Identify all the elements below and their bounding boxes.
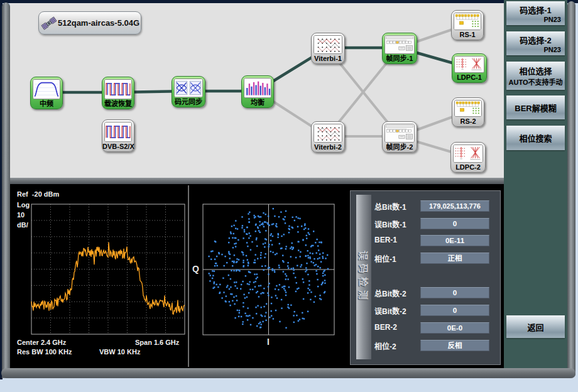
flow-block-viterbi2[interactable]: Viterbi-2 bbox=[311, 121, 345, 153]
rs-icon bbox=[454, 13, 481, 30]
sidebar-button-4[interactable]: BER解模糊 bbox=[506, 95, 565, 119]
sidebar-button-5[interactable]: 相位搜索 bbox=[506, 126, 565, 150]
ber-value-0: 179,025,113,776 bbox=[420, 200, 489, 212]
back-button-label: 返回 bbox=[506, 321, 565, 333]
ber-panel-vertical-title: 误码检测 bbox=[356, 195, 371, 359]
satellite-icon bbox=[41, 15, 57, 31]
ber-value-1: 0 bbox=[420, 218, 489, 229]
frame-icon bbox=[384, 124, 415, 143]
constellation-display bbox=[189, 184, 342, 368]
sidebar-button-label: BER解模糊 bbox=[506, 102, 565, 114]
ber-row-label: 总Bit数-2 bbox=[374, 288, 406, 298]
spectrum-rbw-label: Res BW 100 KHz bbox=[17, 348, 72, 356]
sidebar-button-sublabel: AUTO不支持手动 bbox=[506, 77, 565, 87]
flow-block-label: RS-2 bbox=[452, 117, 484, 126]
trellis-icon bbox=[314, 124, 342, 143]
ber-row-label: 误Bit数-2 bbox=[374, 305, 406, 316]
horizontal-divider-pipe bbox=[10, 178, 504, 184]
flow-block-ldpc2[interactable]: LDPC-2 bbox=[450, 142, 486, 173]
ber-row-1: 误Bit数-10 bbox=[374, 218, 498, 229]
flow-block-zhen1[interactable]: 帧同步-1 bbox=[382, 33, 417, 64]
sidebar-button-label: 相位搜索 bbox=[506, 132, 565, 144]
ber-value-2: 0E-11 bbox=[420, 235, 489, 246]
flow-block-rs2[interactable]: RS-2 bbox=[452, 97, 484, 127]
ldpc-icon bbox=[454, 56, 484, 73]
flow-block-zhen2[interactable]: 帧同步-2 bbox=[382, 121, 417, 153]
sidebar-button-label: 码选择-1 bbox=[506, 4, 565, 16]
flow-block-label: LDPC-1 bbox=[452, 73, 486, 82]
spectrum-ref-label: Ref -20 dBm bbox=[17, 190, 59, 198]
ber-value-6: 0E-0 bbox=[420, 322, 489, 334]
rs-icon bbox=[454, 100, 482, 117]
flow-block-label: 帧同步-2 bbox=[383, 143, 417, 152]
ldpc-icon bbox=[453, 144, 483, 163]
flow-block-viterbi1[interactable]: Viterbi-1 bbox=[311, 33, 345, 64]
flow-block-label: 中频 bbox=[31, 99, 62, 109]
window-bottom-pipe bbox=[1, 368, 575, 378]
flow-block-junheng[interactable]: 均衡 bbox=[241, 75, 274, 108]
bars-icon bbox=[244, 78, 271, 98]
signal-title-label: 512qam-aircas-5.04G bbox=[58, 18, 139, 28]
sidebar-button-3[interactable]: 相位选择AUTO不支持手动 bbox=[506, 62, 565, 90]
ber-row-6: BER-20E-0 bbox=[374, 322, 498, 334]
wave-icon bbox=[104, 79, 132, 99]
ber-value-3: 正相 bbox=[420, 253, 489, 264]
flow-block-label: LDPC-2 bbox=[451, 163, 485, 172]
sidebar-button-sublabel: PN23 bbox=[506, 16, 565, 23]
ber-row-label: 误Bit数-1 bbox=[374, 219, 406, 229]
constellation-q-axis-label: Q bbox=[192, 264, 199, 274]
ber-row-0: 总Bit数-1179,025,113,776 bbox=[374, 200, 498, 212]
flow-block-mayuan[interactable]: 码元同步 bbox=[172, 76, 205, 107]
ber-row-4: 总Bit数-20 bbox=[374, 287, 498, 298]
flow-block-label: 帧同步-1 bbox=[383, 54, 417, 63]
ber-row-2: BER-10E-11 bbox=[374, 235, 498, 246]
spectrum-span-label: Span 1.6 GHz bbox=[135, 339, 179, 346]
back-button[interactable]: 返回 bbox=[506, 315, 565, 338]
ber-value-5: 0 bbox=[420, 305, 489, 316]
spectrum-scale-value: 10 bbox=[17, 211, 25, 219]
ber-row-label: 相位-1 bbox=[374, 253, 396, 264]
flow-block-zaibo[interactable]: 载波恢复 bbox=[102, 77, 134, 109]
demodulator-app-window: 中频载波恢复码元同步均衡DVB-S2/XViterbi-1Viterbi-2帧同… bbox=[0, 0, 578, 392]
sidebar-button-2[interactable]: 码选择-2PN23 bbox=[506, 31, 565, 55]
ber-row-label: 总Bit数-1 bbox=[374, 201, 406, 212]
flow-block-dvb[interactable]: DVB-S2/X bbox=[102, 119, 134, 152]
flow-block-label: 均衡 bbox=[242, 98, 273, 107]
flow-block-label: 码元同步 bbox=[172, 97, 205, 107]
spectrum-log-label: Log bbox=[17, 201, 30, 209]
flow-block-label: DVB-S2/X bbox=[102, 142, 134, 151]
ber-row-label: 相位-2 bbox=[374, 340, 396, 351]
ber-value-7: 反相 bbox=[420, 340, 489, 351]
flow-block-label: 载波恢复 bbox=[102, 99, 134, 109]
ber-row-label: BER-1 bbox=[374, 236, 397, 244]
flow-block-ldpc1[interactable]: LDPC-1 bbox=[452, 53, 487, 83]
flow-block-zhongpin[interactable]: 中频 bbox=[30, 77, 63, 109]
spectrum-icon bbox=[33, 79, 60, 99]
window-right-pipe bbox=[567, 1, 575, 378]
sidebar-button-label: 相位选择 bbox=[506, 65, 565, 77]
sidebar-button-1[interactable]: 码选择-1PN23 bbox=[506, 1, 565, 25]
flow-block-label: Viterbi-2 bbox=[312, 143, 344, 152]
sidebar-button-label: 码选择-2 bbox=[506, 34, 565, 46]
ber-value-4: 0 bbox=[420, 287, 489, 298]
ber-row-label: BER-2 bbox=[374, 323, 397, 332]
frame-icon bbox=[384, 35, 415, 54]
trellis-icon bbox=[314, 35, 342, 54]
ber-row-7: 相位-2反相 bbox=[374, 340, 498, 351]
flow-block-label: Viterbi-1 bbox=[312, 54, 344, 63]
wave-icon bbox=[104, 122, 132, 142]
spectrum-vbw-label: VBW 10 KHz bbox=[99, 348, 140, 356]
signal-title-button[interactable]: 512qam-aircas-5.04G bbox=[38, 11, 141, 35]
sidebar-menu: 码选择-1PN23码选择-2PN23相位选择AUTO不支持手动BER解模糊相位搜… bbox=[504, 0, 567, 368]
ber-row-3: 相位-1正相 bbox=[374, 253, 498, 264]
ber-row-5: 误Bit数-20 bbox=[374, 305, 498, 316]
spectrum-center-label: Center 2.4 GHz bbox=[17, 339, 66, 346]
flow-block-rs1[interactable]: RS-1 bbox=[451, 10, 484, 40]
eye-icon bbox=[174, 79, 203, 97]
flow-diagram-area: 中频载波恢复码元同步均衡DVB-S2/XViterbi-1Viterbi-2帧同… bbox=[10, 3, 504, 178]
window-left-pipe bbox=[2, 3, 10, 378]
spectrum-per-label: dB/ bbox=[17, 221, 28, 229]
sidebar-button-sublabel: PN23 bbox=[506, 46, 565, 53]
constellation-i-axis-label: I bbox=[267, 337, 270, 347]
flow-block-label: RS-1 bbox=[452, 30, 483, 40]
